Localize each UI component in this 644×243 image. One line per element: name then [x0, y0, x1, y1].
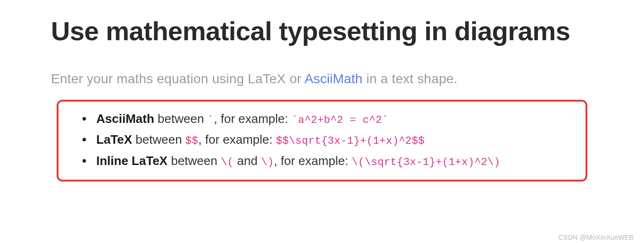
list-item: AsciiMath between `, for example: `a^2+b…: [82, 108, 571, 129]
item-text: , for example:: [214, 112, 292, 126]
item-text: , for example:: [274, 154, 352, 168]
item-text: between: [154, 112, 208, 126]
page-title: Use mathematical typesetting in diagrams: [51, 14, 593, 49]
item-delim2: \): [261, 156, 274, 168]
asciimath-link[interactable]: AsciiMath: [304, 71, 362, 86]
item-delim: `: [208, 114, 214, 126]
item-name: LaTeX: [96, 132, 132, 147]
item-delim: \(: [221, 156, 234, 168]
item-example: \(\sqrt{3x-1}+(1+x)^2\): [351, 156, 500, 168]
list-item: LaTeX between $$, for example: $$\sqrt{3…: [82, 129, 571, 150]
item-text: between: [132, 132, 185, 147]
intro-text: Enter your maths equation using LaTeX or…: [51, 71, 593, 87]
item-name: AsciiMath: [96, 112, 154, 126]
item-text: and: [234, 154, 261, 168]
highlighted-box: AsciiMath between `, for example: `a^2+b…: [57, 100, 587, 182]
item-example: $$\sqrt{3x-1}+(1+x)^2$$: [276, 135, 425, 147]
item-name: Inline LaTeX: [96, 154, 167, 168]
syntax-list: AsciiMath between `, for example: `a^2+b…: [73, 108, 571, 171]
item-example: `a^2+b^2 = c^2`: [292, 114, 389, 126]
intro-suffix: in a text shape.: [363, 71, 458, 86]
item-delim: $$: [185, 135, 198, 147]
list-item: Inline LaTeX between \( and \), for exam…: [82, 150, 571, 171]
item-text: between: [167, 154, 221, 168]
intro-prefix: Enter your maths equation using LaTeX or: [51, 71, 304, 86]
item-text: , for example:: [198, 132, 276, 147]
watermark: CSDN @MoXinXueWEB: [559, 234, 634, 241]
